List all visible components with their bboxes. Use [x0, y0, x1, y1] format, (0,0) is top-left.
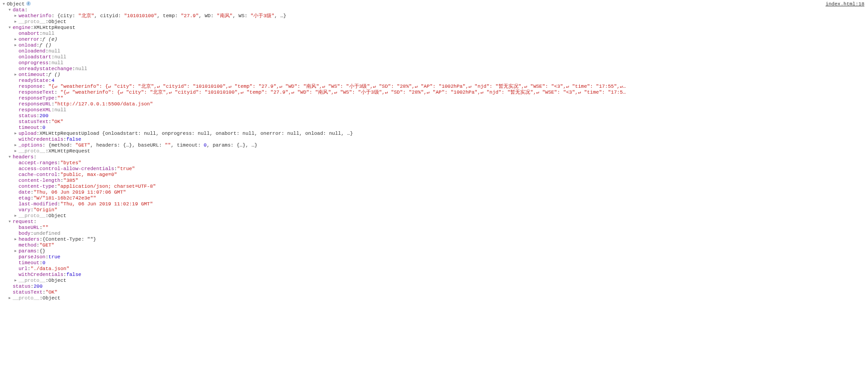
tree-row[interactable]: readyState: 4	[3, 78, 865, 84]
prop-value: ƒ ()	[48, 72, 60, 78]
prop-value: "Thu, 06 Jun 2019 11:02:19 GMT"	[60, 201, 153, 207]
tree-row[interactable]: timeout: 0	[3, 125, 865, 131]
tree-row-data[interactable]: data:	[3, 7, 865, 13]
prop-value: false	[66, 272, 81, 278]
tree-row-proto[interactable]: __proto__: Object	[3, 19, 865, 25]
prop-value: 0	[43, 125, 46, 131]
tree-row-responsetext[interactable]: responseText: "{↵ "weatherinfo": {↵ "cit…	[3, 90, 865, 95]
tree-row-engine[interactable]: engine: XMLHttpRequest	[3, 25, 865, 31]
tree-row[interactable]: content-length: "385"	[3, 178, 865, 184]
prop-value: {Content-Type: ""}	[43, 237, 96, 242]
prop-value: 4	[52, 78, 55, 84]
tree-row[interactable]: method: "GET"	[3, 242, 865, 248]
prop-value: 200	[33, 284, 43, 290]
prop-value: "http://127.0.0.1:5500/data.json"	[54, 101, 153, 107]
tree-row[interactable]: access-control-allow-credentials: "true"	[3, 166, 865, 172]
chevron-right-icon[interactable]	[14, 148, 19, 152]
tree-row-proto[interactable]: __proto__: Object	[3, 213, 865, 219]
prop-key: __proto__	[19, 19, 45, 25]
prop-value: Object	[48, 213, 66, 219]
tree-row[interactable]: status: 200	[3, 113, 865, 119]
tree-row[interactable]: parseJson: true	[3, 254, 865, 260]
tree-row[interactable]: baseURL: ""	[3, 225, 865, 231]
source-link[interactable]: index.html:18	[825, 1, 864, 7]
prop-value: "Origin"	[33, 207, 57, 213]
tree-row[interactable]: params: {}	[3, 248, 865, 254]
tree-row[interactable]: content-type: "application/json; charset…	[3, 184, 865, 190]
prop-value: "Thu, 06 Jun 2019 11:07:06 GMT"	[33, 190, 126, 195]
chevron-down-icon[interactable]	[9, 25, 13, 29]
response-preview: response: "{↵ "weatherinfo": {↵ "city": …	[19, 84, 626, 90]
tree-row[interactable]: responseXML: null	[3, 107, 865, 113]
tree-row-options[interactable]: _options: {method: "GET", headers: {…}, …	[3, 142, 865, 148]
chevron-right-icon[interactable]	[14, 43, 19, 47]
tree-row[interactable]: cache-control: "public, max-age=0"	[3, 172, 865, 178]
prop-value: 200	[39, 113, 48, 119]
tree-row[interactable]: url: "./data.json"	[3, 266, 865, 272]
tree-row[interactable]: ontimeout: ƒ ()	[3, 72, 865, 78]
tree-row[interactable]: date: "Thu, 06 Jun 2019 11:07:06 GMT"	[3, 190, 865, 195]
tree-row-upload[interactable]: upload: XMLHttpRequestUpload {onloadstar…	[3, 131, 865, 137]
chevron-down-icon[interactable]	[9, 219, 13, 223]
tree-row[interactable]: accept-ranges: "bytes"	[3, 160, 865, 166]
prop-value: null	[48, 48, 60, 54]
chevron-down-icon[interactable]	[3, 1, 7, 5]
root-object-label: Object	[7, 1, 25, 7]
tree-row-proto[interactable]: __proto__: Object	[3, 295, 865, 301]
chevron-right-icon[interactable]	[14, 37, 19, 41]
prop-value: "application/json; charset=UTF-8"	[57, 184, 156, 190]
tree-row[interactable]: statusText: "OK"	[3, 290, 865, 295]
prop-value: XMLHttpRequest	[48, 148, 90, 154]
tree-row[interactable]: withCredentials: false	[3, 137, 865, 142]
tree-row-request[interactable]: request:	[3, 219, 865, 225]
chevron-right-icon[interactable]	[14, 248, 19, 252]
chevron-right-icon[interactable]	[14, 72, 19, 76]
chevron-right-icon[interactable]	[14, 13, 19, 17]
tree-row-root[interactable]: Object i	[3, 1, 865, 7]
tree-row[interactable]: onreadystatechange: null	[3, 66, 865, 72]
tree-row[interactable]: body: undefined	[3, 231, 865, 237]
tree-row[interactable]: vary: "Origin"	[3, 207, 865, 213]
chevron-right-icon[interactable]	[14, 142, 19, 147]
tree-row[interactable]: withCredentials: false	[3, 272, 865, 278]
prop-value: ""	[57, 95, 63, 101]
tree-row[interactable]: onerror: ƒ (e)	[3, 37, 865, 43]
chevron-right-icon[interactable]	[14, 278, 19, 282]
tree-row-weatherinfo[interactable]: weatherinfo: {city: "北京", cityid: "10101…	[3, 13, 865, 19]
info-icon[interactable]: i	[26, 1, 31, 6]
chevron-right-icon[interactable]	[14, 237, 19, 241]
tree-row-proto[interactable]: __proto__: Object	[3, 278, 865, 284]
tree-row[interactable]: onload: ƒ ()	[3, 43, 865, 48]
tree-row[interactable]: onabort: null	[3, 31, 865, 37]
prop-value: null	[54, 107, 66, 113]
tree-row[interactable]: etag: "W/"181-16b2c742e3e""	[3, 195, 865, 201]
prop-value: "bytes"	[60, 160, 81, 166]
tree-row[interactable]: onprogress: null	[3, 60, 865, 66]
tree-row-headers[interactable]: headers:	[3, 154, 865, 160]
prop-value: "OK"	[52, 119, 63, 125]
chevron-right-icon[interactable]	[14, 131, 19, 135]
tree-row-proto[interactable]: __proto__: XMLHttpRequest	[3, 148, 865, 154]
prop-value: undefined	[33, 231, 60, 237]
chevron-right-icon[interactable]	[9, 295, 13, 299]
prop-value: XMLHttpRequest	[33, 25, 75, 31]
prop-value: "W/"181-16b2c742e3e""	[33, 195, 96, 201]
prop-value: "public, max-age=0"	[60, 172, 117, 178]
chevron-right-icon[interactable]	[14, 213, 19, 217]
tree-row[interactable]: statusText: "OK"	[3, 119, 865, 125]
chevron-right-icon[interactable]	[14, 19, 19, 23]
tree-row[interactable]: onloadstart: null	[3, 54, 865, 60]
tree-row-response[interactable]: response: "{↵ "weatherinfo": {↵ "city": …	[3, 84, 865, 90]
tree-row[interactable]: onloadend: null	[3, 48, 865, 54]
prop-value: ""	[43, 225, 48, 231]
tree-row[interactable]: responseURL: "http://127.0.0.1:5500/data…	[3, 101, 865, 107]
tree-row[interactable]: timeout: 0	[3, 260, 865, 266]
prop-value: "OK"	[46, 290, 57, 295]
chevron-down-icon[interactable]	[9, 154, 13, 158]
tree-row[interactable]: status: 200	[3, 284, 865, 290]
tree-row[interactable]: last-modified: "Thu, 06 Jun 2019 11:02:1…	[3, 201, 865, 207]
prop-key: engine	[13, 25, 31, 31]
tree-row[interactable]: responseType: ""	[3, 95, 865, 101]
tree-row[interactable]: headers: {Content-Type: ""}	[3, 237, 865, 242]
chevron-down-icon[interactable]	[9, 7, 13, 11]
